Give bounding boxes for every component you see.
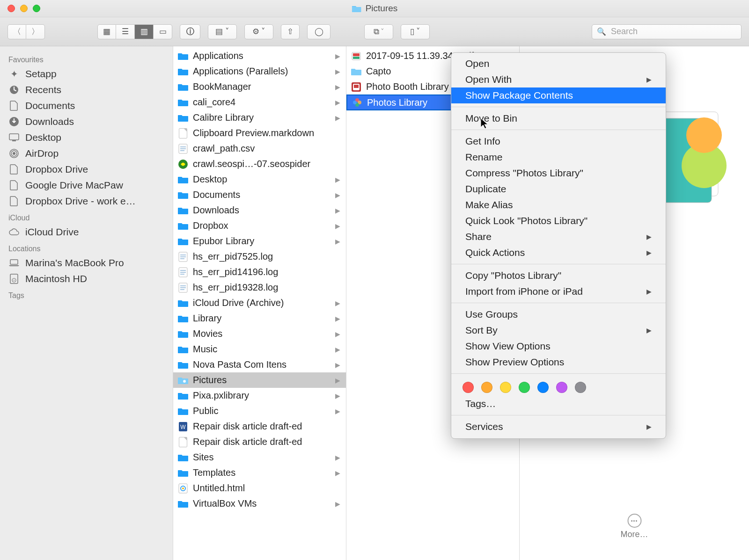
tag-color-swatch[interactable] — [556, 382, 567, 393]
file-row[interactable]: Repair disk article draft-ed — [173, 434, 346, 450]
tag-color-swatch[interactable] — [575, 382, 586, 393]
file-row[interactable]: Dropbox▶ — [173, 218, 346, 233]
extra-button[interactable]: ▯ ˅ — [401, 24, 430, 39]
sidebar-item[interactable]: Dropbox Drive - work e… — [0, 193, 173, 209]
context-menu-item[interactable]: Move to Bin — [451, 110, 666, 126]
context-menu-item[interactable]: Show View Options — [451, 338, 666, 354]
photos-icon — [352, 97, 362, 108]
context-menu-item[interactable]: Compress "Photos Library" — [451, 165, 666, 181]
context-menu-item[interactable]: Copy "Photos Library" — [451, 268, 666, 284]
context-menu-item[interactable]: Open With▶ — [451, 72, 666, 87]
context-menu-item[interactable]: Import from iPhone or iPad▶ — [451, 284, 666, 299]
file-row[interactable]: crawl_path.csv — [173, 141, 346, 156]
context-menu-item[interactable]: Share▶ — [451, 229, 666, 245]
context-menu-item[interactable]: Make Alias — [451, 197, 666, 213]
folder-icon — [178, 360, 188, 370]
context-menu-item[interactable]: Show Preview Options — [451, 354, 666, 370]
minimize-window-button[interactable] — [20, 5, 28, 12]
sidebar-item[interactable]: iCloud Drive — [0, 224, 173, 240]
context-menu-item[interactable]: Sort By▶ — [451, 322, 666, 338]
arrange-button[interactable]: ▤ ˅ — [208, 24, 237, 39]
back-button[interactable]: 〈 — [7, 24, 26, 39]
context-menu-item[interactable]: Quick Actions▶ — [451, 245, 666, 261]
icon-view-button[interactable]: ▦ — [97, 24, 116, 39]
sidebar-item[interactable]: Macintosh HD — [0, 271, 173, 287]
file-row[interactable]: Nova Pasta Com Itens▶ — [173, 357, 346, 372]
sidebar-item-label: Marina's MacBook Pro — [25, 257, 124, 269]
file-row[interactable]: Pictures▶ — [173, 372, 346, 388]
context-menu-item[interactable]: Get Info — [451, 133, 666, 149]
file-row[interactable]: Pixa.pxlibrary▶ — [173, 388, 346, 403]
column-view-button[interactable]: ▥ — [135, 24, 154, 39]
sidebar-item[interactable]: AirDrop — [0, 145, 173, 161]
file-row[interactable]: Applications (Parallels)▶ — [173, 64, 346, 79]
file-row[interactable]: Library▶ — [173, 311, 346, 326]
forward-button[interactable]: 〉 — [26, 24, 45, 39]
context-menu-item[interactable]: Rename — [451, 149, 666, 165]
context-menu-item[interactable]: Open — [451, 56, 666, 72]
sidebar-item[interactable]: Documents — [0, 98, 173, 114]
context-menu-item[interactable]: Duplicate — [451, 181, 666, 197]
share-button[interactable]: ⇧ — [281, 24, 300, 39]
search-field[interactable]: 🔍 — [592, 24, 742, 39]
sidebar-item[interactable]: ✦Setapp — [0, 66, 173, 82]
action-button[interactable]: ⚙︎ ˅ — [244, 24, 273, 39]
file-row[interactable]: crawl.seospi…-07.seospider — [173, 156, 346, 172]
more-button[interactable]: ••• More… — [620, 514, 648, 539]
chevron-right-icon: ▶ — [335, 346, 340, 353]
sidebar-item[interactable]: Recents — [0, 82, 173, 98]
dropbox-button[interactable]: ⧉ ˅ — [364, 24, 393, 39]
file-row[interactable]: Calibre Library▶ — [173, 110, 346, 125]
file-row[interactable]: Public▶ — [173, 403, 346, 419]
svg-rect-17 — [180, 255, 186, 255]
file-row[interactable]: Movies▶ — [173, 326, 346, 342]
file-row[interactable]: cali_core4▶ — [173, 95, 346, 110]
tag-color-swatch[interactable] — [463, 382, 474, 393]
file-row-label: hs_err_pid19328.log — [193, 282, 340, 293]
file-row[interactable]: hs_err_pid14196.log — [173, 264, 346, 280]
file-row[interactable]: Desktop▶ — [173, 172, 346, 187]
file-row[interactable]: Epubor Library▶ — [173, 233, 346, 249]
info-button[interactable]: ⓘ — [180, 24, 200, 39]
close-window-button[interactable] — [7, 5, 15, 12]
sidebar-item[interactable]: Dropbox Drive — [0, 161, 173, 177]
context-menu-item[interactable]: Tags… — [451, 396, 666, 412]
tag-color-swatch[interactable] — [519, 382, 530, 393]
tag-color-swatch[interactable] — [537, 382, 549, 393]
file-row[interactable]: hs_err_pid19328.log — [173, 280, 346, 295]
file-row[interactable]: Applications▶ — [173, 48, 346, 64]
file-row[interactable]: VirtualBox VMs▶ — [173, 496, 346, 511]
file-row[interactable]: Untitled.html — [173, 480, 346, 496]
context-menu-item[interactable]: Show Package Contents — [451, 87, 666, 103]
file-row[interactable]: Templates▶ — [173, 465, 346, 480]
context-menu-item[interactable]: Use Groups — [451, 306, 666, 322]
sidebar-item[interactable]: Desktop — [0, 130, 173, 145]
file-row[interactable]: Sites▶ — [173, 450, 346, 465]
grid-icon: ▦ — [103, 27, 110, 36]
tag-color-swatch[interactable] — [481, 382, 492, 393]
file-row[interactable]: BookManager▶ — [173, 79, 346, 95]
search-input[interactable] — [610, 26, 736, 37]
tags-button[interactable]: ◯ — [307, 24, 330, 39]
file-row[interactable]: Downloads▶ — [173, 203, 346, 218]
window-controls — [7, 5, 40, 12]
tag-color-swatch[interactable] — [500, 382, 511, 393]
context-menu-item[interactable]: Services▶ — [451, 419, 666, 435]
folder-icon — [178, 82, 188, 92]
file-row[interactable]: iCloud Drive (Archive)▶ — [173, 295, 346, 311]
file-row[interactable]: WRepair disk article draft-ed — [173, 419, 346, 434]
zoom-window-button[interactable] — [33, 5, 40, 12]
context-menu-item[interactable]: Quick Look "Photos Library" — [451, 213, 666, 229]
gallery-view-button[interactable]: ▭ — [154, 24, 172, 39]
file-row[interactable]: hs_err_pid7525.log — [173, 249, 346, 264]
sidebar-item[interactable]: Google Drive MacPaw — [0, 177, 173, 193]
list-view-button[interactable]: ☰ — [116, 24, 135, 39]
file-row[interactable]: Clipboard Preview.markdown — [173, 125, 346, 141]
sidebar-item[interactable]: Marina's MacBook Pro — [0, 255, 173, 271]
sidebar-item[interactable]: Downloads — [0, 114, 173, 130]
context-menu-item-label: Sort By — [465, 325, 498, 336]
file-row[interactable]: Documents▶ — [173, 187, 346, 203]
svg-point-10 — [14, 280, 15, 281]
file-row[interactable]: Music▶ — [173, 342, 346, 357]
context-menu-item-label: Get Info — [465, 136, 500, 147]
